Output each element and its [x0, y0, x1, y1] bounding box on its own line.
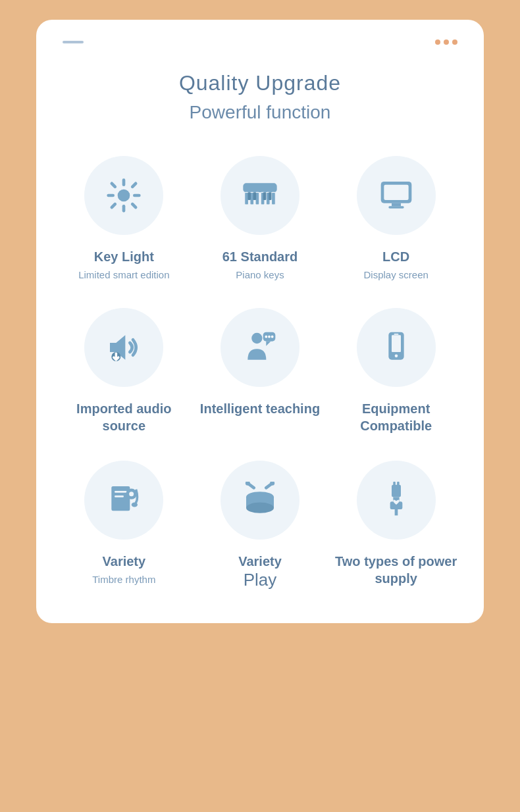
svg-point-41 [129, 492, 134, 496]
feature-rhythm: Variety Play [199, 461, 322, 590]
feature-timbre: Variety Timbre rhythm [63, 461, 186, 590]
key-light-title: Key Light [94, 248, 154, 265]
rhythm-subtitle: Play [244, 570, 277, 590]
power-title: Two types of power supply [334, 553, 457, 587]
feature-piano-keys: 61 Standard Piano keys [199, 156, 322, 282]
page-subtitle: Powerful function [63, 102, 457, 123]
music-icon [105, 482, 142, 519]
feature-teaching: Intelli­gent teaching [199, 308, 322, 434]
speaker-icon [105, 329, 142, 366]
compatible-title: Equipment Compatible [334, 400, 457, 434]
timbre-title: Variety [103, 553, 146, 570]
svg-rect-39 [115, 495, 124, 497]
svg-line-7 [133, 184, 136, 187]
svg-rect-37 [112, 486, 130, 511]
lcd-subtitle: Display screen [363, 268, 428, 282]
person-icon [242, 329, 278, 366]
svg-line-6 [133, 204, 136, 207]
svg-rect-17 [253, 192, 256, 200]
svg-rect-15 [271, 192, 275, 205]
svg-rect-16 [247, 192, 251, 200]
lcd-icon-circle [357, 156, 436, 235]
audio-icon-circle [84, 308, 163, 387]
svg-rect-19 [269, 192, 272, 200]
phone-icon-circle [357, 308, 436, 387]
svg-rect-23 [388, 206, 403, 209]
phone-icon [378, 329, 415, 366]
svg-rect-53 [394, 509, 398, 515]
lcd-title: LCD [382, 248, 409, 265]
features-grid: Key Light Limited smart edition [63, 156, 457, 590]
svg-point-0 [118, 190, 130, 202]
svg-rect-34 [392, 335, 401, 352]
svg-point-42 [132, 503, 138, 507]
svg-line-5 [112, 184, 115, 187]
teaching-title: Intelli­gent teaching [200, 400, 320, 417]
svg-point-31 [268, 336, 271, 338]
svg-rect-9 [243, 183, 276, 192]
svg-point-35 [394, 355, 398, 358]
timbre-subtitle: Timbre rhythm [92, 572, 155, 586]
key-light-subtitle: Limited smart edition [78, 268, 169, 282]
svg-rect-21 [384, 185, 408, 200]
key-light-icon-circle [84, 156, 163, 235]
svg-point-45 [246, 503, 274, 513]
rhythm-title: Variety [238, 553, 282, 570]
drum-icon [242, 482, 278, 519]
feature-power: Two types of power supply [334, 461, 457, 590]
svg-marker-29 [266, 342, 271, 346]
minimize-icon[interactable] [63, 41, 84, 43]
svg-rect-18 [263, 192, 267, 200]
svg-rect-50 [392, 485, 401, 497]
feature-compatible: Equipment Compatible [334, 308, 457, 434]
plug-icon [378, 482, 415, 519]
more-options-icon[interactable] [435, 39, 457, 45]
svg-rect-36 [394, 334, 398, 335]
monitor-icon [378, 177, 415, 214]
piano-icon-circle [221, 156, 299, 235]
svg-point-30 [265, 336, 267, 338]
piano-keys-subtitle: Piano keys [236, 268, 284, 282]
piano-icon [242, 177, 278, 214]
svg-rect-54 [393, 482, 396, 486]
svg-line-8 [112, 204, 115, 207]
music-icon-circle [84, 461, 163, 540]
sun-icon [105, 177, 142, 214]
top-bar [63, 39, 457, 45]
page-title: Quality Upgrade [63, 71, 457, 95]
svg-rect-22 [392, 203, 401, 207]
svg-rect-55 [397, 482, 400, 486]
plug-icon-circle [357, 461, 436, 540]
feature-lcd: LCD Display screen [334, 156, 457, 282]
main-card: Quality Upgrade Powerful function Key Li… [36, 20, 484, 623]
teaching-icon-circle [221, 308, 299, 387]
audio-source-title: Imported audio source [63, 400, 186, 434]
svg-point-32 [271, 336, 274, 338]
svg-rect-38 [115, 491, 127, 493]
drum-icon-circle [221, 461, 299, 540]
feature-key-light: Key Light Limited smart edition [63, 156, 186, 282]
piano-keys-title: 61 Standard [222, 248, 298, 265]
feature-audio-source: Imported audio source [63, 308, 186, 434]
svg-point-27 [251, 333, 262, 343]
